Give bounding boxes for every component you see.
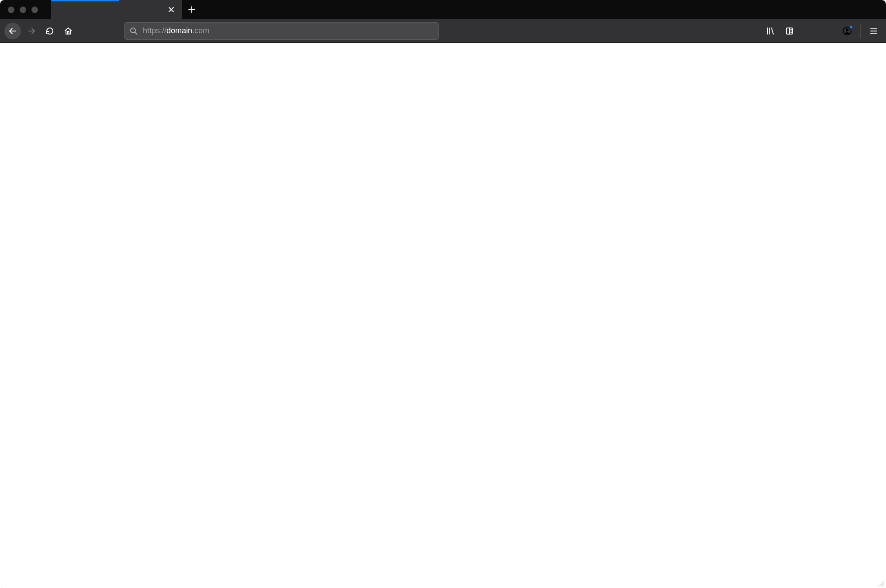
url-path: .com [192, 26, 209, 35]
toolbar-divider [860, 24, 861, 38]
tab-loading-indicator [51, 0, 119, 1]
back-button[interactable] [4, 23, 21, 39]
tab-strip [0, 0, 886, 19]
tab-close-button[interactable] [166, 5, 176, 14]
notification-dot [849, 25, 853, 29]
svg-rect-6 [67, 31, 69, 34]
close-icon [168, 6, 175, 13]
reload-button[interactable] [42, 23, 58, 39]
browser-tab-active[interactable] [51, 0, 182, 19]
window-zoom-button[interactable] [31, 7, 38, 13]
svg-line-11 [772, 28, 773, 34]
browser-window: https://domain.com [0, 0, 886, 588]
arrow-right-icon [27, 27, 36, 35]
window-minimize-button[interactable] [20, 7, 26, 13]
svg-line-24 [883, 585, 884, 586]
arrow-left-icon [8, 27, 17, 35]
library-button[interactable] [762, 23, 778, 39]
search-icon [130, 27, 138, 35]
account-button[interactable] [839, 23, 855, 39]
navigation-toolbar: https://domain.com [0, 19, 886, 43]
sidebar-button[interactable] [782, 23, 797, 39]
new-tab-button[interactable] [182, 0, 201, 19]
window-close-button[interactable] [8, 7, 14, 13]
svg-point-18 [846, 28, 848, 31]
sidebar-icon [785, 27, 794, 35]
page-viewport[interactable] [0, 43, 886, 588]
svg-line-8 [135, 32, 137, 35]
forward-button[interactable] [24, 23, 39, 39]
resize-grip-icon[interactable] [878, 580, 885, 587]
library-icon [766, 27, 775, 35]
nav-buttons-left [4, 23, 78, 39]
url-protocol: https:// [143, 26, 166, 35]
home-icon [64, 27, 73, 35]
plus-icon [188, 6, 196, 14]
address-bar[interactable]: https://domain.com [124, 22, 439, 40]
reload-icon [45, 27, 54, 35]
address-bar-search-icon [130, 27, 138, 35]
app-menu-button[interactable] [866, 23, 882, 39]
hamburger-icon [869, 27, 878, 35]
nav-buttons-right [762, 23, 882, 39]
url-host: domain [166, 26, 192, 35]
window-controls [0, 0, 51, 19]
home-button[interactable] [60, 23, 76, 39]
address-bar-text: https://domain.com [143, 26, 209, 35]
